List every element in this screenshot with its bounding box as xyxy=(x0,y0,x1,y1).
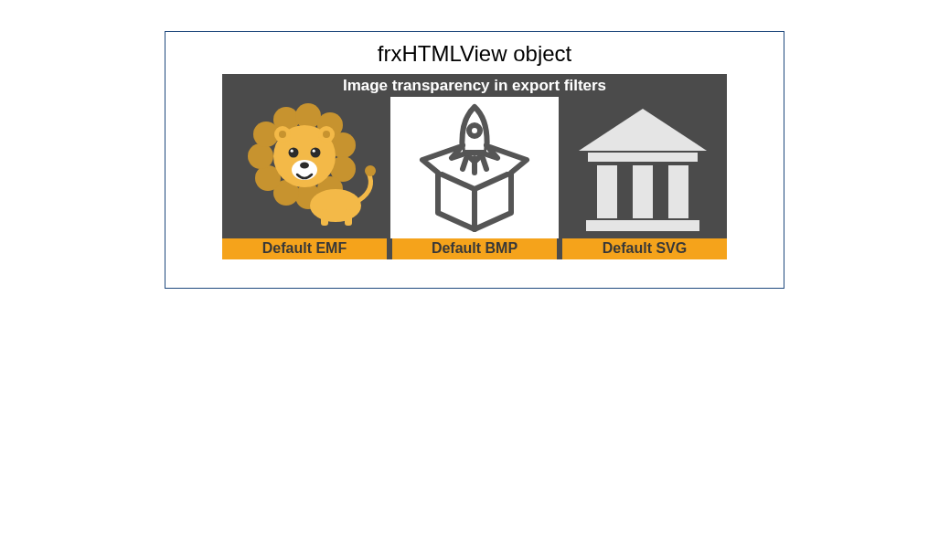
svg-point-14 xyxy=(365,165,376,176)
svg-point-26 xyxy=(469,125,480,136)
label-emf: Default EMF xyxy=(222,238,387,259)
images-row xyxy=(222,97,727,238)
lion-icon xyxy=(233,100,379,237)
svg-point-21 xyxy=(311,147,321,157)
image-cell-svg xyxy=(559,97,727,238)
transparency-panel: Image transparency in export filters xyxy=(222,74,727,259)
labels-row: Default EMF Default BMP Default SVG xyxy=(222,238,727,259)
svg-point-23 xyxy=(313,149,315,152)
container-title: frxHTMLView object xyxy=(378,41,572,67)
svg-point-19 xyxy=(323,131,330,138)
svg-line-29 xyxy=(483,158,486,169)
svg-rect-13 xyxy=(345,209,352,226)
image-cell-emf xyxy=(222,97,390,238)
svg-rect-31 xyxy=(588,153,698,162)
svg-marker-30 xyxy=(579,109,707,151)
svg-point-1 xyxy=(295,103,321,129)
bank-icon xyxy=(570,101,716,234)
svg-point-11 xyxy=(310,189,361,222)
frxhtmlview-container: frxHTMLView object Image transparency in… xyxy=(165,31,784,289)
svg-point-18 xyxy=(279,131,286,138)
panel-heading: Image transparency in export filters xyxy=(222,74,727,97)
label-bmp: Default BMP xyxy=(392,238,557,259)
svg-point-20 xyxy=(289,147,299,157)
svg-rect-33 xyxy=(633,165,653,218)
svg-rect-34 xyxy=(668,165,688,218)
svg-rect-32 xyxy=(597,165,617,218)
rocket-box-icon xyxy=(415,101,534,234)
svg-line-28 xyxy=(463,158,466,169)
svg-rect-12 xyxy=(321,209,328,226)
svg-point-22 xyxy=(291,149,293,152)
image-cell-bmp xyxy=(390,97,559,238)
label-svg: Default SVG xyxy=(562,238,727,259)
svg-rect-35 xyxy=(586,220,699,231)
svg-point-9 xyxy=(248,143,273,169)
svg-point-25 xyxy=(300,162,309,168)
